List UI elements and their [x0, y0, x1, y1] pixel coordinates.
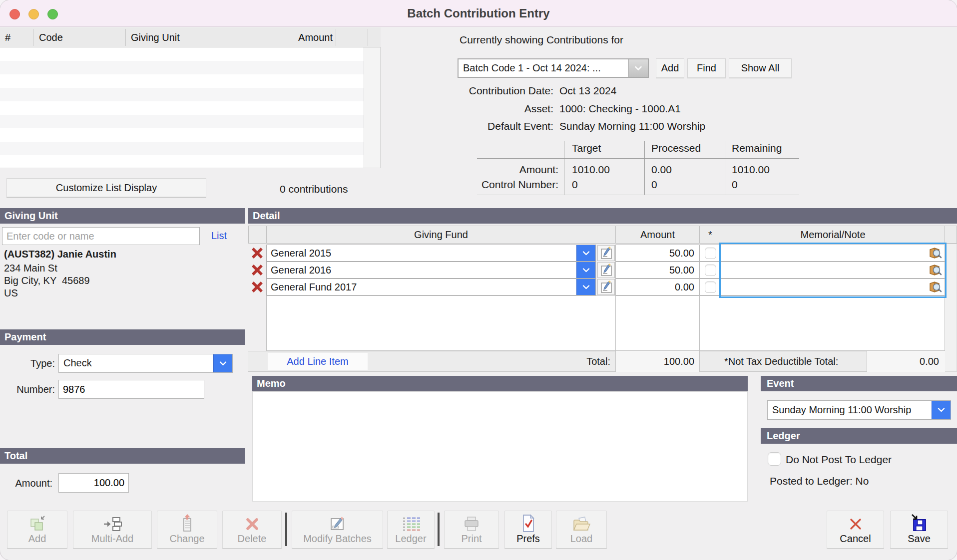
amount-cell[interactable]: 0.00 — [615, 279, 700, 295]
memorial-lookup-icon[interactable] — [928, 264, 942, 279]
payment-section-header: Payment — [0, 329, 245, 345]
customize-list-display-button[interactable]: Customize List Display — [6, 178, 206, 197]
detail-row: General 2016 50.00 — [0, 262, 957, 279]
delete-line-icon[interactable] — [250, 280, 265, 294]
asset-value: 1000: Checking - 1000.A1 — [559, 103, 809, 115]
detail-row: General Fund 2017 0.00 — [0, 279, 957, 295]
amount-cell[interactable]: 50.00 — [615, 262, 700, 279]
total-section-header: Total — [0, 448, 245, 464]
total-amount-label: Amount: — [0, 478, 52, 489]
chevron-down-icon[interactable] — [213, 354, 232, 372]
ntd-checkbox[interactable] — [705, 281, 716, 293]
memorial-note-cell[interactable] — [721, 279, 945, 295]
column-header-amount[interactable]: Amount — [245, 27, 333, 47]
delete-line-icon[interactable] — [250, 263, 265, 277]
giving-fund-value: General 2015 — [267, 245, 576, 261]
total-amount-input[interactable] — [58, 473, 129, 493]
ntd-total-label: *Not Tax Deductible Total: — [724, 351, 869, 372]
event-select[interactable]: Sunday Morning 11:00 Worship — [767, 400, 951, 420]
detail-row: General 2015 50.00 — [0, 245, 957, 262]
window-title: Batch Contribution Entry — [0, 6, 957, 20]
summary-amount-processed: 0.00 — [651, 164, 672, 176]
memorial-lookup-icon[interactable] — [928, 247, 942, 262]
detail-header-memorial: Memorial/Note — [721, 226, 945, 244]
multi-add-button[interactable]: Multi-Add — [73, 511, 152, 549]
modify-batches-button[interactable]: Modify Batches — [292, 511, 383, 549]
change-icon — [180, 512, 195, 533]
batch-select[interactable]: Batch Code 1 - Oct 14 2024: ... — [458, 58, 649, 78]
change-button[interactable]: Change — [157, 511, 217, 549]
do-not-post-label: Do Not Post To Ledger — [786, 454, 892, 466]
detail-section-header: Detail — [248, 208, 957, 224]
contribution-list-scrollbar[interactable] — [364, 47, 381, 168]
giving-fund-value: General Fund 2017 — [267, 279, 576, 295]
memorial-note-cell[interactable] — [721, 245, 945, 262]
prefs-icon — [521, 512, 536, 533]
memo-textarea[interactable] — [252, 391, 748, 502]
amount-cell[interactable]: 50.00 — [615, 245, 700, 262]
cancel-button[interactable]: Cancel — [827, 511, 884, 549]
prefs-button[interactable]: Prefs — [504, 511, 552, 549]
payment-type-select[interactable]: Check — [58, 354, 233, 373]
save-button[interactable]: Save — [890, 511, 948, 549]
contribution-list-body[interactable] — [0, 47, 364, 168]
chevron-down-icon[interactable] — [628, 59, 648, 77]
column-header-code[interactable]: Code — [39, 27, 119, 47]
batch-select-value: Batch Code 1 - Oct 14 2024: ... — [459, 59, 628, 77]
delete-icon — [244, 512, 261, 533]
summary-col-target: Target — [572, 142, 601, 154]
chevron-down-icon[interactable] — [576, 245, 595, 261]
edit-fund-icon[interactable] — [597, 279, 615, 295]
giving-fund-select[interactable]: General Fund 2017 — [266, 279, 596, 295]
summary-control-label: Control Number: — [380, 179, 558, 191]
add-icon — [28, 512, 47, 533]
payment-number-input[interactable] — [58, 380, 204, 399]
summary-col-remaining: Remaining — [732, 142, 782, 154]
detail-header-star: * — [699, 226, 721, 244]
print-icon — [463, 512, 480, 533]
toolbar-separator — [438, 513, 440, 546]
edit-fund-icon[interactable] — [597, 245, 615, 261]
detail-empty-area — [266, 295, 945, 351]
column-header-giving-unit[interactable]: Giving Unit — [131, 27, 231, 47]
batch-add-button[interactable]: Add — [656, 58, 684, 78]
chevron-down-icon[interactable] — [576, 262, 595, 278]
chevron-down-icon[interactable] — [576, 279, 595, 295]
ntd-checkbox[interactable] — [705, 248, 716, 259]
batch-find-button[interactable]: Find — [687, 58, 726, 78]
add-line-item-cell[interactable]: Add Line Item — [268, 353, 368, 370]
save-icon — [910, 512, 928, 533]
payment-number-label: Number: — [0, 384, 55, 395]
delete-button[interactable]: Delete — [222, 511, 282, 549]
giving-fund-value: General 2016 — [267, 262, 576, 278]
memorial-lookup-icon[interactable] — [928, 281, 942, 295]
star-cell — [699, 262, 721, 279]
print-button[interactable]: Print — [444, 511, 499, 549]
column-header-number[interactable]: # — [5, 27, 30, 47]
giving-fund-select[interactable]: General 2015 — [266, 245, 596, 262]
load-button[interactable]: Load — [556, 511, 607, 549]
giving-unit-list-link[interactable]: List — [211, 230, 227, 242]
detail-total-label: Total: — [514, 351, 610, 372]
add-line-item-link[interactable]: Add Line Item — [287, 356, 348, 367]
chevron-down-icon[interactable] — [932, 401, 951, 419]
summary-control-remaining: 0 — [732, 179, 738, 191]
contribution-date-label: Contribution Date: — [380, 85, 553, 97]
edit-fund-icon[interactable] — [597, 262, 615, 278]
cancel-icon — [847, 512, 864, 533]
title-bar: Batch Contribution Entry — [0, 0, 957, 27]
event-section-header: Event — [761, 376, 957, 391]
do-not-post-checkbox[interactable] — [768, 452, 781, 466]
add-button[interactable]: Add — [7, 511, 67, 549]
batch-show-all-button[interactable]: Show All — [729, 58, 792, 78]
load-icon — [572, 512, 591, 533]
delete-line-icon[interactable] — [250, 246, 265, 260]
giving-unit-search-input[interactable] — [2, 227, 200, 245]
ledger-button[interactable]: Ledger — [387, 511, 435, 549]
summary-amount-label: Amount: — [380, 164, 558, 176]
ntd-checkbox[interactable] — [705, 265, 716, 276]
payment-type-label: Type: — [0, 358, 55, 369]
summary-col-processed: Processed — [651, 142, 701, 154]
memorial-note-cell[interactable] — [721, 262, 945, 279]
giving-fund-select[interactable]: General 2016 — [266, 262, 596, 279]
